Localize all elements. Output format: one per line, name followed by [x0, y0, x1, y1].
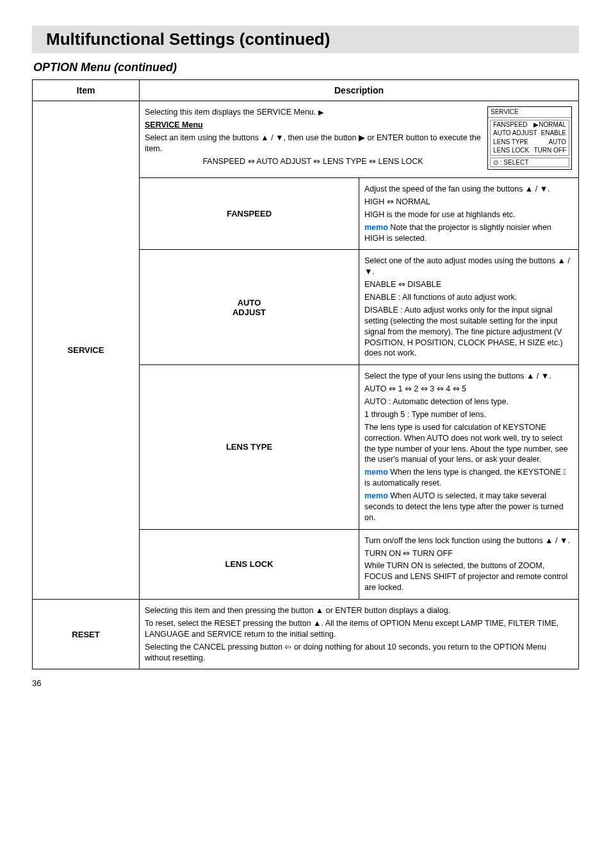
header-item: Item: [33, 80, 140, 101]
lenslock-desc: Turn on/off the lens lock function using…: [359, 529, 579, 599]
osd-row-value: ENABLE: [541, 129, 566, 138]
page-number: 36: [32, 678, 579, 688]
item-reset: RESET: [33, 600, 140, 669]
lenslock-l1: Turn on/off the lens lock function using…: [364, 536, 573, 546]
osd-row-label: LENS TYPE: [493, 138, 528, 147]
memo-label: memo: [364, 491, 388, 500]
lenstype-l5: The lens type is used for calculation of…: [364, 422, 573, 466]
lenstype-l3: AUTO : Automatic detection of lens type.: [364, 397, 573, 407]
fanspeed-l2: HIGH ⇔ NORMAL: [364, 197, 573, 208]
section-subtitle: OPTION Menu (continued): [33, 61, 579, 74]
autoadjust-l4: DISABLE : Auto adjust works only for the…: [364, 305, 573, 359]
lenslock-l2: TURN ON ⇔ TURN OFF: [364, 548, 573, 559]
fanspeed-l3: HIGH is the mode for use at highlands et…: [364, 209, 573, 220]
reset-desc: Selecting this item and then pressing th…: [140, 600, 579, 669]
lenstype-memo1: When the lens type is changed, the KEYST…: [364, 468, 566, 487]
reset-l3: Selecting the CANCEL pressing button ⇦ o…: [145, 642, 573, 664]
osd-title: SERVICE: [488, 107, 571, 118]
lenstype-memo2: When AUTO is selected, it may take sever…: [364, 491, 564, 522]
lenslock-l3: While TURN ON is selected, the buttons o…: [364, 561, 573, 593]
fanspeed-desc: Adjust the speed of the fan using the bu…: [359, 178, 579, 250]
autoadjust-desc: Select one of the auto adjust modes usin…: [359, 250, 579, 365]
service-menu-cell: SERVICE FANSPEED▶NORMAL AUTO ADJUSTENABL…: [140, 101, 579, 178]
autoadjust-label: AUTOADJUST: [232, 298, 266, 317]
lenstype-l4: 1 through 5 : Type number of lens.: [364, 409, 573, 420]
osd-row-label: AUTO ADJUST: [493, 129, 537, 138]
fanspeed-l1: Adjust the speed of the fan using the bu…: [364, 184, 573, 195]
item-autoadjust: AUTOADJUST: [140, 250, 359, 365]
memo-label: memo: [364, 468, 388, 477]
lenstype-desc: Select the type of your lens using the b…: [359, 365, 579, 529]
header-description: Description: [140, 80, 579, 101]
item-service: SERVICE: [33, 101, 140, 600]
lenstype-l1: Select the type of your lens using the b…: [364, 371, 573, 382]
osd-row-label: FANSPEED: [493, 120, 527, 129]
memo-label: memo: [364, 223, 388, 232]
service-pre-text: Selecting this item displays the SERVICE…: [145, 108, 316, 117]
autoadjust-l1: Select one of the auto adjust modes usin…: [364, 256, 573, 277]
osd-row-value: ▶NORMAL: [534, 120, 566, 129]
osd-row-value: AUTO: [548, 138, 566, 147]
item-fanspeed: FANSPEED: [140, 178, 359, 250]
autoadjust-l2: ENABLE ⇔ DISABLE: [364, 279, 573, 290]
item-lenslock: LENS LOCK: [140, 529, 359, 599]
item-lenstype: LENS TYPE: [140, 365, 359, 529]
settings-table: Item Description SERVICE SERVICE FANSPEE…: [32, 79, 579, 669]
page-title: Multifunctional Settings (continued): [32, 26, 579, 53]
autoadjust-l3: ENABLE : All functions of auto adjust wo…: [364, 292, 573, 303]
fanspeed-memo: Note that the projector is slightly nois…: [364, 223, 551, 243]
osd-footer: ⊙ : SELECT: [490, 158, 569, 168]
osd-row-value: TURN OFF: [534, 146, 566, 155]
lenstype-l2: AUTO ⇔ 1 ⇔ 2 ⇔ 3 ⇔ 4 ⇔ 5: [364, 384, 573, 395]
right-triangle-icon: ▶: [318, 108, 323, 116]
reset-l2: To reset, select the RESET pressing the …: [145, 618, 573, 640]
osd-preview: SERVICE FANSPEED▶NORMAL AUTO ADJUSTENABL…: [487, 106, 572, 170]
reset-l1: Selecting this item and then pressing th…: [145, 605, 573, 616]
osd-row-label: LENS LOCK: [493, 146, 529, 155]
